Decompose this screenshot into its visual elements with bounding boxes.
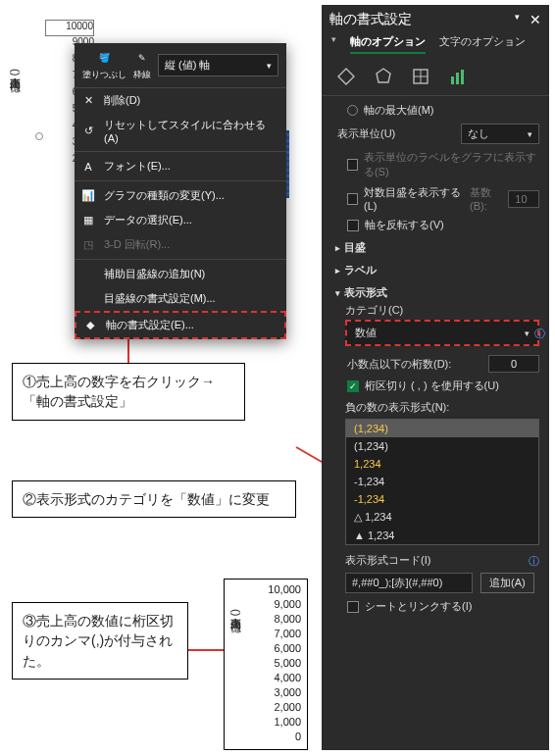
svg-rect-5 (456, 73, 459, 84)
menu-label: グラフの種類の変更(Y)... (104, 188, 225, 203)
section-label: 表示形式 (344, 285, 387, 300)
menu-font[interactable]: Aフォント(E)... (75, 154, 286, 178)
size-icon[interactable] (410, 66, 431, 87)
row-display-unit: 表示単位(U) なし ▾ (331, 121, 539, 147)
label-decimals: 小数点以下の桁数(D): (347, 357, 451, 372)
menu-delete[interactable]: ✕削除(D) (75, 88, 286, 113)
menu-3d-rotation: ◳3-D 回転(R)... (75, 232, 286, 257)
annotation-text: ①売上高の数字を右クリック→「軸の書式設定」 (23, 374, 215, 409)
checkbox-link-source[interactable] (347, 601, 359, 613)
format-icon: ◆ (82, 318, 98, 333)
list-item[interactable]: -1,234 (346, 473, 538, 490)
outline-tool[interactable]: ✎ 枠線 (132, 49, 152, 81)
tab-axis-options[interactable]: 軸のオプション (350, 34, 426, 54)
fill-label: 塗りつぶし (82, 69, 126, 81)
y-axis-label: 売上高(億円) (8, 69, 23, 76)
close-icon[interactable]: ✕ (530, 12, 541, 27)
list-item[interactable]: ▲ 1,234 (346, 527, 538, 544)
menu-label: 削除(D) (104, 93, 140, 108)
svg-marker-0 (377, 69, 390, 82)
checkbox-reverse-axis[interactable] (347, 220, 359, 231)
annotation-text: ②表示形式のカテゴリを「数値」に変更 (23, 491, 270, 507)
menu-change-chart-type[interactable]: 📊グラフの種類の変更(Y)... (75, 183, 286, 208)
list-item[interactable]: (1,234) (346, 437, 538, 455)
result-tick: 2,000 (225, 701, 301, 716)
label-category: カテゴリ(C) (331, 303, 539, 318)
result-axis-label: 売上高(億円) (228, 609, 243, 616)
list-item[interactable]: -1,234 (346, 490, 538, 508)
add-format-button[interactable]: 追加(A) (480, 573, 534, 593)
row-show-unit-label: 表示単位のラベルをグラフに表示する(S) (331, 147, 539, 182)
result-tick: 1,000 (225, 716, 301, 731)
menu-format-axis[interactable]: ◆軸の書式設定(E)... (75, 311, 286, 339)
list-item[interactable]: 1,234 (346, 455, 538, 473)
chevron-down-icon: ▾ (331, 34, 336, 54)
chevron-right-icon: ▸ (335, 266, 340, 276)
menu-label: 目盛線の書式設定(M)... (104, 291, 216, 306)
chevron-down-icon: ▾ (528, 129, 532, 139)
result-tick: 7,000 (225, 628, 301, 642)
menu-label: データの選択(E)... (104, 213, 192, 227)
input-decimals[interactable]: 0 (488, 355, 539, 373)
info-icon[interactable]: ⓘ (529, 554, 539, 569)
row-decimals: 小数点以下の桁数(D): 0 (331, 352, 539, 376)
result-tick: 4,000 (225, 672, 301, 686)
pane-title: 軸の書式設定 (329, 11, 412, 28)
input-log-base: 10 (508, 190, 539, 208)
info-icon[interactable]: ⓘ (534, 327, 545, 341)
section-tick-marks[interactable]: ▸目盛 (331, 235, 539, 258)
fill-line-icon[interactable] (335, 66, 357, 87)
list-negative-formats[interactable]: (1,234) (1,234) 1,234 -1,234 -1,234 △ 1,… (345, 419, 539, 545)
chevron-down-icon[interactable]: ▾ (515, 12, 520, 27)
result-tick: 6,000 (225, 642, 301, 657)
menu-format-gridlines[interactable]: 目盛線の書式設定(M)... (75, 286, 286, 311)
pane-icon-tabs (322, 58, 549, 96)
section-labels[interactable]: ▸ラベル (331, 258, 539, 280)
pane-title-bar: 軸の書式設定 ▾ ✕ (322, 5, 549, 34)
category-selector-wrap: 数値 ▾ (345, 320, 539, 346)
select-display-unit[interactable]: なし ▾ (461, 124, 539, 144)
select-category[interactable]: 数値 ▾ (345, 320, 539, 346)
menu-label: 軸の書式設定(E)... (106, 318, 194, 332)
svg-rect-4 (451, 76, 454, 84)
row-log-scale: 対数目盛を表示する(L) 基数(B): 10 (331, 182, 539, 215)
section-number-format[interactable]: ▾表示形式 (331, 280, 539, 303)
result-tick: 3,000 (225, 686, 301, 701)
axis-options-icon[interactable] (447, 66, 469, 87)
label-log-base: 基数(B): (470, 185, 504, 212)
row-axis-max: 軸の最大値(M) (331, 100, 539, 121)
menu-reset-style[interactable]: ↺リセットしてスタイルに合わせる(A) (75, 113, 286, 149)
row-thousand-sep: ✓ 桁区切り ( , ) を使用する(U) (331, 376, 539, 396)
axis-selector[interactable]: 縦 (値) 軸 ▾ (158, 54, 278, 76)
menu-label: リセットしてスタイルに合わせる(A) (104, 118, 278, 144)
checkbox-log-scale[interactable] (347, 193, 358, 205)
format-axis-pane: 軸の書式設定 ▾ ✕ ▾ 軸のオプション 文字のオプション 軸の最大値(M) 表… (322, 5, 549, 750)
section-label: ラベル (344, 263, 377, 277)
rotate-icon: ◳ (80, 237, 96, 253)
input-format-code[interactable]: #,##0_);[赤](#,##0) (345, 573, 473, 593)
radio-axis-max[interactable] (347, 105, 358, 116)
fill-tool[interactable]: 🪣 塗りつぶし (82, 49, 126, 81)
selection-handle[interactable] (35, 132, 43, 140)
checkbox-thousand-sep[interactable]: ✓ (347, 380, 359, 392)
reset-icon: ↺ (80, 124, 96, 139)
list-item[interactable]: △ 1,234 (346, 508, 538, 527)
result-tick: 5,000 (225, 657, 301, 672)
label-display-unit: 表示単位(U) (337, 126, 395, 141)
row-reverse-axis: 軸を反転する(V) (331, 215, 539, 235)
bucket-icon: 🪣 (95, 49, 115, 67)
list-item[interactable]: (1,234) (346, 420, 538, 437)
label-reverse-axis: 軸を反転する(V) (365, 218, 444, 232)
chart-type-icon: 📊 (80, 188, 96, 204)
svg-rect-6 (461, 70, 464, 84)
menu-select-data[interactable]: ▦データの選択(E)... (75, 208, 286, 232)
tab-text-options[interactable]: 文字のオプション (439, 34, 526, 54)
chevron-right-icon: ▸ (335, 243, 340, 253)
pane-body: 軸の最大値(M) 表示単位(U) なし ▾ 表示単位のラベルをグラフに表示する(… (322, 96, 549, 627)
connector-line (188, 649, 224, 651)
menu-add-minor-gridlines[interactable]: 補助目盛線の追加(N) (75, 262, 286, 286)
effects-icon[interactable] (373, 66, 394, 87)
font-icon: A (80, 159, 96, 175)
checkbox-show-unit-label (347, 159, 358, 171)
separator (75, 180, 286, 181)
